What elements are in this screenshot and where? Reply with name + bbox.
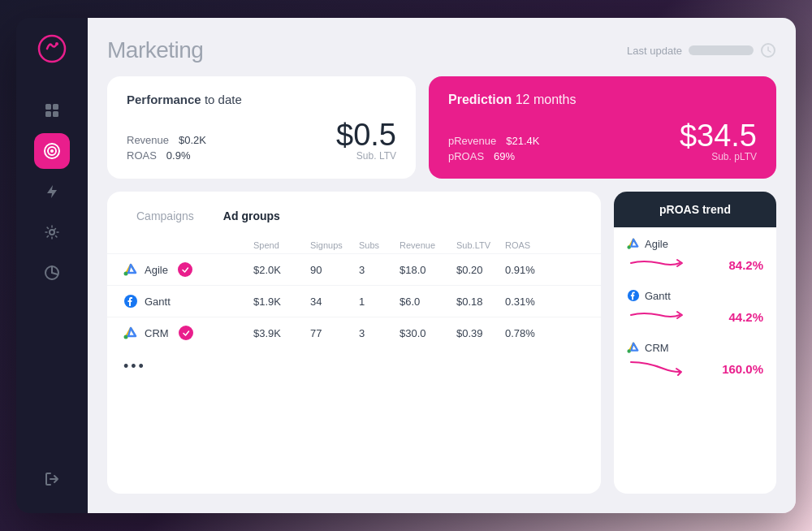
proas-row: pROAS 69% bbox=[448, 150, 539, 162]
app-container: Marketing Last update Performance to dat… bbox=[16, 18, 796, 513]
table-card: Campaigns Ad groups Spend Signups Subs R… bbox=[107, 192, 601, 494]
proas-value: 69% bbox=[494, 150, 515, 162]
nav-item-logout[interactable] bbox=[34, 461, 70, 497]
update-bar bbox=[689, 45, 754, 55]
trend-body: Agile 84.2% bbox=[614, 227, 776, 390]
trend-item-crm: CRM 160.0% bbox=[627, 341, 763, 380]
svg-rect-2 bbox=[45, 104, 51, 110]
row-gantt-name: Gantt bbox=[123, 294, 253, 309]
prevenue-label: pRevenue bbox=[448, 135, 496, 147]
trend-crm-arrow bbox=[627, 357, 722, 380]
prevenue-value: $21.4K bbox=[506, 135, 539, 147]
col-name bbox=[123, 240, 253, 250]
trend-item-agile: Agile 84.2% bbox=[627, 237, 763, 276]
last-update-label: Last update bbox=[627, 45, 682, 57]
row-crm-name: CRM bbox=[123, 326, 253, 340]
tab-campaigns[interactable]: Campaigns bbox=[123, 205, 207, 227]
crm-tag-icon bbox=[179, 326, 193, 340]
prediction-card-title: Prediction 12 months bbox=[448, 93, 757, 107]
sidebar-nav bbox=[34, 93, 70, 455]
trend-gantt-name: Gantt bbox=[627, 289, 763, 302]
prediction-title-bold: Prediction bbox=[448, 93, 512, 106]
revenue-value: $0.2K bbox=[179, 134, 206, 146]
bottom-row: Campaigns Ad groups Spend Signups Subs R… bbox=[107, 192, 776, 494]
performance-title-bold: Performance bbox=[127, 93, 201, 106]
cards-row: Performance to date Revenue $0.2K ROAS 0… bbox=[107, 76, 776, 179]
trend-gantt-arrow-row: 44.2% bbox=[627, 305, 763, 328]
svg-point-8 bbox=[50, 149, 54, 153]
prediction-big-label: Sub. pLTV bbox=[680, 151, 757, 162]
google-ads-icon-2 bbox=[123, 326, 138, 340]
table-row: Gantt $1.9K 34 1 $6.0 $0.18 0.31% bbox=[107, 285, 601, 317]
trend-agile-name: Agile bbox=[627, 237, 763, 250]
svg-point-15 bbox=[627, 245, 630, 248]
more-dots[interactable]: ••• bbox=[107, 348, 601, 385]
performance-card-title: Performance to date bbox=[127, 93, 396, 106]
trend-google-icon-1 bbox=[627, 237, 640, 250]
performance-big-label: Sub. LTV bbox=[336, 150, 396, 162]
svg-point-17 bbox=[627, 349, 630, 352]
tab-bar: Campaigns Ad groups bbox=[107, 205, 601, 227]
trend-agile-pct: 84.2% bbox=[728, 258, 763, 272]
svg-point-12 bbox=[124, 272, 128, 276]
prediction-card: Prediction 12 months pRevenue $21.4K pRO… bbox=[429, 76, 776, 179]
svg-point-14 bbox=[124, 335, 128, 339]
pred-metrics-left: pRevenue $21.4K pROAS 69% bbox=[448, 135, 539, 162]
roas-row: ROAS 0.9% bbox=[127, 149, 206, 162]
facebook-icon bbox=[123, 294, 138, 309]
nav-item-settings[interactable] bbox=[34, 214, 70, 250]
performance-title-plain: to date bbox=[205, 93, 242, 106]
agile-tag-icon bbox=[178, 262, 192, 277]
col-signups: Signups bbox=[310, 240, 359, 250]
header: Marketing Last update bbox=[107, 37, 776, 63]
trend-agile-arrow-row: 84.2% bbox=[627, 253, 763, 276]
main-content: Marketing Last update Performance to dat… bbox=[88, 18, 796, 513]
logo[interactable] bbox=[37, 34, 67, 67]
svg-point-9 bbox=[50, 230, 54, 235]
prevenue-row: pRevenue $21.4K bbox=[448, 135, 539, 147]
prediction-title-plain: 12 months bbox=[516, 93, 577, 106]
nav-item-chart[interactable] bbox=[34, 255, 70, 291]
trend-item-gantt: Gantt 44.2% bbox=[627, 289, 763, 328]
nav-item-flash[interactable] bbox=[34, 174, 70, 209]
nav-item-grid[interactable] bbox=[34, 93, 70, 128]
metrics-left: Revenue $0.2K ROAS 0.9% bbox=[127, 134, 206, 162]
page-title: Marketing bbox=[107, 37, 203, 63]
last-update: Last update bbox=[627, 42, 776, 58]
col-roas: ROAS bbox=[505, 240, 554, 250]
trend-header: pROAS trend bbox=[614, 192, 776, 227]
nav-item-target[interactable] bbox=[34, 133, 70, 169]
trend-facebook-icon bbox=[627, 289, 640, 302]
clock-icon bbox=[760, 42, 776, 58]
trend-title: pROAS trend bbox=[627, 203, 763, 216]
roas-label: ROAS bbox=[127, 149, 157, 162]
tab-ad-groups[interactable]: Ad groups bbox=[210, 205, 293, 227]
svg-rect-4 bbox=[45, 111, 51, 117]
roas-value: 0.9% bbox=[166, 149, 191, 162]
sidebar-bottom bbox=[34, 461, 70, 497]
table-row: Agile $2.0K 90 3 $18.0 $0.20 0.91% bbox=[107, 253, 601, 285]
col-sublty: Sub.LTV bbox=[456, 240, 505, 250]
performance-big-value: $0.5 bbox=[336, 119, 396, 150]
performance-big: $0.5 Sub. LTV bbox=[336, 119, 396, 162]
svg-rect-5 bbox=[53, 111, 58, 117]
svg-point-0 bbox=[39, 36, 65, 62]
table-header: Spend Signups Subs Revenue Sub.LTV ROAS bbox=[107, 237, 601, 253]
col-spend: Spend bbox=[253, 240, 310, 250]
prediction-metrics: pRevenue $21.4K pROAS 69% $34.5 Sub. pLT… bbox=[448, 120, 757, 162]
proas-label: pROAS bbox=[448, 150, 484, 162]
trend-crm-arrow-row: 160.0% bbox=[627, 357, 763, 380]
col-subs: Subs bbox=[359, 240, 400, 250]
trend-crm-pct: 160.0% bbox=[722, 362, 763, 376]
svg-point-1 bbox=[55, 42, 58, 45]
revenue-label: Revenue bbox=[127, 134, 169, 146]
sidebar bbox=[16, 18, 88, 513]
trend-gantt-pct: 44.2% bbox=[728, 310, 763, 324]
table-row: CRM $3.9K 77 3 $30.0 $0.39 0.78% bbox=[107, 317, 601, 348]
trend-gantt-arrow bbox=[627, 305, 728, 328]
prediction-big: $34.5 Sub. pLTV bbox=[680, 120, 757, 162]
trend-agile-arrow bbox=[627, 253, 728, 276]
trend-card: pROAS trend Agile bbox=[614, 192, 776, 494]
trend-crm-name: CRM bbox=[627, 341, 763, 354]
trend-google-icon-2 bbox=[627, 341, 640, 354]
